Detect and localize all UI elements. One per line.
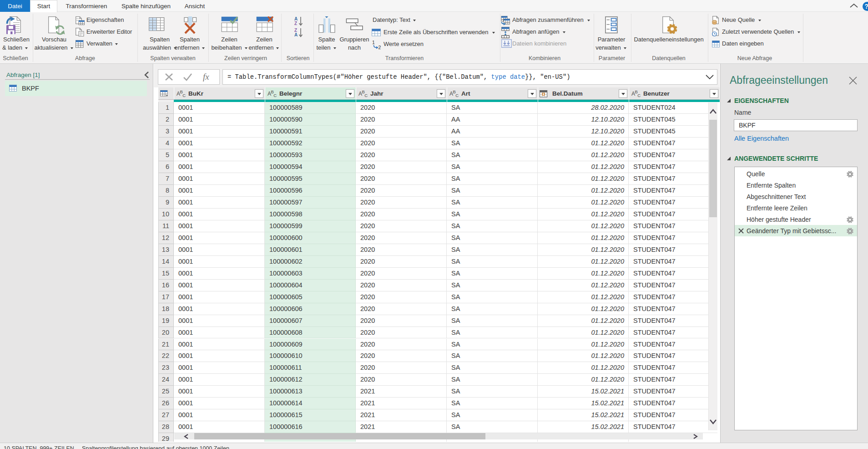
- svg-text:A: A: [294, 16, 298, 21]
- svg-text:2: 2: [378, 45, 381, 50]
- svg-text:1: 1: [372, 40, 375, 45]
- svg-text:Z: Z: [294, 21, 297, 26]
- svg-text:Z: Z: [294, 28, 297, 33]
